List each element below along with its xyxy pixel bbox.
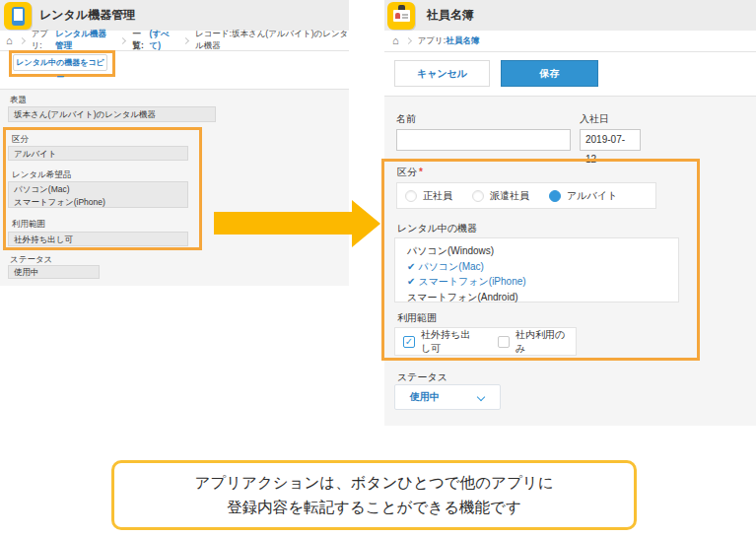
radio-icon[interactable] (472, 190, 484, 202)
checkbox-label: 社外持ち出し可 (421, 328, 480, 356)
left-app-title: レンタル機器管理 (39, 0, 135, 31)
breadcrumb-app-prefix: アプリ: (32, 29, 56, 52)
breadcrumb-record-label: レコード:坂本さん(アルバイト)のレンタル機器 (195, 29, 349, 52)
radio-selected-icon[interactable] (549, 190, 561, 202)
left-app-header: レンタル機器管理 (0, 0, 349, 31)
caption-line-1: アプリアクションは、ボタンひとつで他のアプリに (194, 471, 553, 496)
home-icon[interactable]: ⌂ (6, 35, 13, 46)
usage-field-label: 利用範囲 (12, 219, 45, 231)
right-breadcrumb: ⌂ アプリ: 社員名簿 (384, 31, 756, 52)
devices-field-label: レンタル中の機器 (397, 222, 477, 235)
hire-date-field-label: 入社日 (580, 112, 609, 126)
category-field-value: アルバイト (8, 146, 188, 161)
check-icon: ✔ (407, 276, 415, 287)
right-app-panel: 社員名簿 ⌂ アプリ: 社員名簿 キャンセル 保存 名前 入社日 2019-07… (384, 0, 756, 426)
radio-option-seishain[interactable]: 正社員 (405, 189, 452, 203)
radio-label: 正社員 (423, 189, 452, 203)
page: レンタル機器管理 ⌂ アプリ: レンタル機器管理 一覧: (すべて) レコード:… (0, 0, 756, 537)
chevron-separator-icon (119, 36, 126, 43)
device-label: スマートフォン(Android) (407, 292, 518, 302)
name-input[interactable] (396, 129, 571, 151)
device-option-selected[interactable]: ✔スマートフォン(iPhone) (395, 274, 678, 290)
employee-roster-app-icon (387, 2, 415, 30)
device-label: スマートフォン(iPhone) (418, 276, 525, 287)
status-field-label: ステータス (397, 370, 447, 384)
checkbox-label: 社内利用のみ (515, 328, 566, 356)
breadcrumb-list-prefix: 一覧: (132, 29, 149, 52)
cancel-button[interactable]: キャンセル (394, 60, 490, 87)
status-dropdown-value: 使用中 (410, 390, 440, 404)
id-card-icon (393, 10, 410, 22)
hire-date-value[interactable]: 2019-07-12 (580, 129, 641, 151)
title-field-value: 坂本さん(アルバイト)のレンタル機器 (8, 106, 216, 122)
check-icon: ✔ (407, 261, 415, 272)
left-form-area: 表題 坂本さん(アルバイト)のレンタル機器 区分 アルバイト レンタル希望品 パ… (0, 89, 349, 286)
radio-label: 派遣社員 (490, 189, 529, 203)
status-dropdown[interactable]: 使用中 (394, 384, 501, 410)
required-mark: * (419, 167, 423, 177)
arrow-head (352, 200, 380, 247)
rental-items-field-value: パソコン(Mac) スマートフォン(iPhone) (8, 181, 188, 208)
usage-checkbox-group: ✓ 社外持ち出し可 社内利用のみ (394, 327, 577, 356)
device-label: パソコン(Windows) (407, 245, 494, 256)
left-breadcrumb: ⌂ アプリ: レンタル機器管理 一覧: (すべて) レコード:坂本さん(アルバイ… (0, 31, 349, 51)
save-button[interactable]: 保存 (501, 60, 598, 87)
category-field-label: 区分* (397, 166, 423, 179)
right-form-area: 名前 入社日 2019-07-12 区分* 正社員 派遣社員 アル (384, 96, 756, 426)
rental-items-field-label: レンタル希望品 (12, 169, 71, 181)
checkbox-checked-icon[interactable]: ✓ (403, 336, 415, 348)
devices-list-box: パソコン(Windows) ✔パソコン(Mac) ✔スマートフォン(iPhone… (394, 237, 679, 302)
left-app-panel: レンタル機器管理 ⌂ アプリ: レンタル機器管理 一覧: (すべて) レコード:… (0, 0, 349, 286)
device-label: パソコン(Mac) (418, 261, 484, 272)
status-field-value: 使用中 (8, 265, 100, 279)
title-field-label: 表題 (10, 95, 27, 106)
category-radio-group: 正社員 派遣社員 アルバイト (396, 182, 656, 209)
home-icon[interactable]: ⌂ (392, 35, 399, 46)
caption-box: アプリアクションは、ボタンひとつで他のアプリに 登録内容を転記することができる機… (111, 460, 637, 530)
category-label-text: 区分 (397, 167, 417, 177)
checkbox-unchecked-icon[interactable] (498, 336, 510, 348)
breadcrumb-list-link[interactable]: (すべて) (150, 29, 176, 52)
smartphone-icon (12, 7, 25, 26)
radio-option-haken[interactable]: 派遣社員 (472, 189, 529, 203)
chevron-separator-icon (405, 37, 412, 44)
breadcrumb-app-link[interactable]: 社員名簿 (446, 35, 479, 47)
chevron-separator-icon (19, 36, 26, 43)
usage-field-label: 利用範囲 (397, 311, 437, 325)
chevron-down-icon (477, 393, 485, 401)
arrow-shaft (214, 212, 353, 235)
check-icon: ✓ (405, 337, 413, 347)
chevron-separator-icon (182, 36, 189, 43)
breadcrumb-app-link[interactable]: レンタル機器管理 (55, 29, 113, 52)
radio-label: アルバイト (567, 189, 617, 203)
breadcrumb-app-prefix: アプリ: (418, 35, 446, 47)
device-option[interactable]: パソコン(Windows) (395, 243, 678, 259)
name-field-label: 名前 (396, 112, 416, 126)
category-field-label: 区分 (12, 134, 29, 146)
radio-option-arbeit[interactable]: アルバイト (549, 189, 617, 203)
rental-item: パソコン(Mac) (14, 183, 187, 196)
checkbox-option-internal[interactable]: 社内利用のみ (498, 328, 566, 356)
checkbox-option-external[interactable]: ✓ 社外持ち出し可 (403, 328, 480, 356)
usage-field-value: 社外持ち出し可 (8, 232, 188, 246)
right-app-title: 社員名簿 (427, 0, 474, 31)
copy-rental-devices-button[interactable]: レンタル中の機器をコピー (13, 54, 107, 71)
caption-line-2: 登録内容を転記することができる機能です (227, 496, 521, 520)
device-option-selected[interactable]: ✔パソコン(Mac) (395, 259, 678, 275)
rental-item: スマートフォン(iPhone) (14, 196, 187, 209)
device-option[interactable]: スマートフォン(Android) (395, 290, 678, 305)
radio-icon[interactable] (405, 190, 417, 202)
right-app-header: 社員名簿 (384, 0, 756, 31)
rental-app-icon (4, 2, 32, 30)
